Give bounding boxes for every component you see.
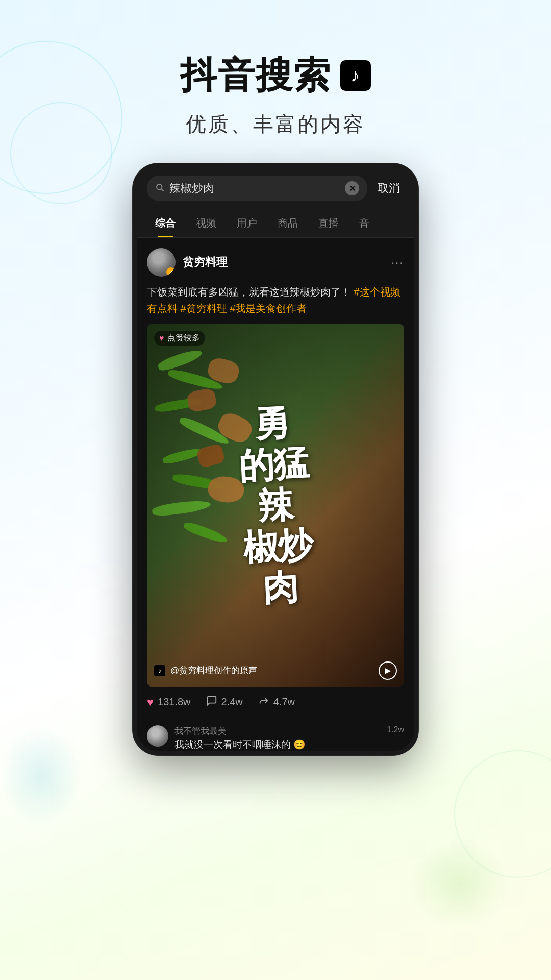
audio-label: @贫穷料理创作的原声 xyxy=(170,665,373,676)
header-section: 抖音搜索 ♪ 优质、丰富的内容 xyxy=(0,0,551,159)
shares-stat: 4.7w xyxy=(258,695,295,709)
video-bottom-bar: ♪ @贫穷料理创作的原声 ▶ xyxy=(154,662,397,680)
search-query-text: 辣椒炒肉 xyxy=(169,181,340,196)
tiktok-logo-icon: ♪ xyxy=(340,60,371,91)
shares-count: 4.7w xyxy=(273,696,295,708)
verified-badge-icon: ✓ xyxy=(166,267,176,277)
search-icon xyxy=(155,183,164,194)
cancel-search-button[interactable]: 取消 xyxy=(373,181,404,196)
username-label: 贫穷料理 xyxy=(183,255,384,270)
tab-product[interactable]: 商品 xyxy=(267,209,308,237)
likes-count: 131.8w xyxy=(158,696,191,708)
tab-user[interactable]: 用户 xyxy=(227,209,267,237)
app-title-text: 抖音搜索 xyxy=(180,51,331,100)
clear-search-button[interactable]: ✕ xyxy=(345,181,359,195)
comment-count-1: 1.2w xyxy=(387,725,404,734)
comment-preview-section: 我不管我最美 我就没一次看时不咽唾沫的 😊 1.2w xyxy=(147,718,404,751)
bg-blob-left xyxy=(0,725,82,827)
heart-stat-icon: ♥ xyxy=(147,696,154,709)
phone-mockup: 辣椒炒肉 ✕ 取消 综合 视频 用户 商品 xyxy=(133,163,418,755)
comment-content-1: 我不管我最美 我就没一次看时不咽唾沫的 😊 xyxy=(174,725,381,751)
app-subtitle: 优质、丰富的内容 xyxy=(0,110,551,138)
tab-video[interactable]: 视频 xyxy=(186,209,227,237)
more-options-button[interactable]: ··· xyxy=(391,255,404,270)
comments-count: 2.4w xyxy=(221,696,243,708)
search-bar: 辣椒炒肉 ✕ 取消 xyxy=(137,167,414,209)
comment-stat-icon xyxy=(206,695,217,709)
video-stats-row: ♥ 131.8w 2.4w xyxy=(147,687,404,718)
app-title: 抖音搜索 ♪ xyxy=(0,51,551,100)
tab-comprehensive[interactable]: 综合 xyxy=(145,209,186,237)
video-title-text: 勇的猛辣椒炒肉 xyxy=(236,401,316,609)
result-user-card: ✓ 贫穷料理 ··· xyxy=(147,248,404,277)
bg-blob-right xyxy=(408,837,510,929)
tab-live[interactable]: 直播 xyxy=(308,209,349,237)
svg-point-0 xyxy=(157,184,162,190)
comments-stat: 2.4w xyxy=(206,695,243,709)
video-text-overlay: 勇的猛辣椒炒肉 xyxy=(147,324,404,687)
tiktok-note-icon: ♪ xyxy=(350,65,361,86)
search-input-wrapper[interactable]: 辣椒炒肉 ✕ xyxy=(147,176,367,201)
comment-username-1: 我不管我最美 xyxy=(174,725,381,737)
user-avatar: ✓ xyxy=(147,248,176,277)
video-thumbnail[interactable]: ♥ 点赞较多 勇的猛辣椒炒肉 ♪ @贫穷料理创作的原声 ▶ xyxy=(147,324,404,687)
phone-screen: 辣椒炒肉 ✕ 取消 综合 视频 用户 商品 xyxy=(137,167,414,751)
play-button[interactable]: ▶ xyxy=(379,662,397,680)
search-tabs: 综合 视频 用户 商品 直播 音 xyxy=(137,209,414,238)
comment-item-1: 我不管我最美 我就没一次看时不咽唾沫的 😊 1.2w xyxy=(147,725,404,751)
tiktok-small-icon: ♪ xyxy=(154,665,165,676)
post-text: 下饭菜到底有多凶猛，就看这道辣椒炒肉了！ #这个视频有点料 #贫穷料理 #我是美… xyxy=(147,284,404,316)
search-results-area: ✓ 贫穷料理 ··· 下饭菜到底有多凶猛，就看这道辣椒炒肉了！ #这个视频有点料… xyxy=(137,238,414,751)
comment-avatar-1 xyxy=(147,725,168,747)
svg-line-1 xyxy=(161,189,163,191)
tab-audio[interactable]: 音 xyxy=(349,209,380,237)
phone-shell: 辣椒炒肉 ✕ 取消 综合 视频 用户 商品 xyxy=(133,163,418,755)
share-stat-icon xyxy=(258,695,269,709)
comment-text-1: 我就没一次看时不咽唾沫的 😊 xyxy=(174,738,381,751)
likes-stat: ♥ 131.8w xyxy=(147,695,191,709)
